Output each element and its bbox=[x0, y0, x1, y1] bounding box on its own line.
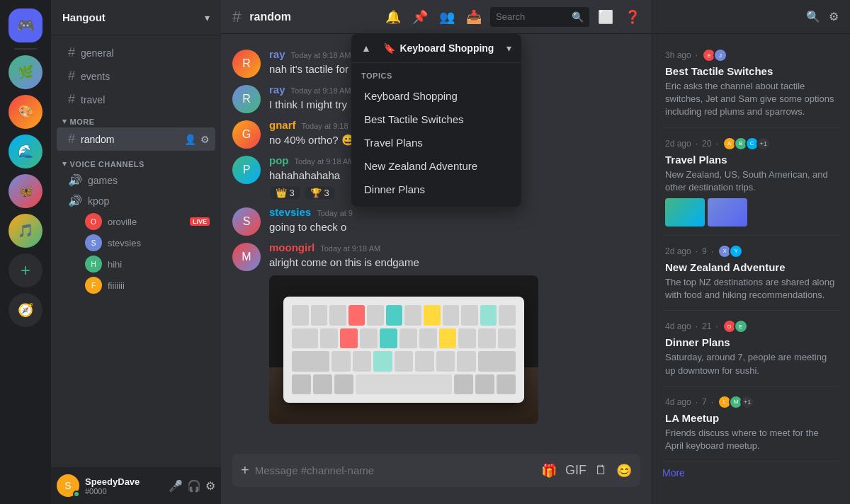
thread-avatars: E J bbox=[702, 48, 727, 62]
list-item[interactable]: 2d ago · 9 · X Y New Zealand Adventure T… bbox=[655, 237, 847, 309]
avatar: Y bbox=[729, 244, 743, 258]
avatar: R bbox=[232, 85, 261, 113]
list-item[interactable]: 4d ago · 7 · L M +1 LA Meetup Friends di… bbox=[655, 388, 847, 459]
thread-avatars: D E bbox=[722, 319, 748, 333]
thread-preview: Saturday, around 7, people are meeting u… bbox=[665, 351, 837, 377]
emoji-icon[interactable]: 😊 bbox=[616, 463, 632, 479]
microphone-icon[interactable]: 🎤 bbox=[169, 479, 183, 493]
avatar: O bbox=[85, 213, 102, 230]
discover-servers-button[interactable]: 🧭 bbox=[8, 293, 42, 327]
dot-separator: · bbox=[715, 321, 718, 331]
server-icon-3[interactable]: 🌊 bbox=[8, 134, 42, 168]
reaction-crown[interactable]: 👑 3 bbox=[269, 185, 301, 200]
reaction-trophy[interactable]: 🏆 3 bbox=[304, 185, 336, 200]
add-user-icon[interactable]: 👤 bbox=[184, 134, 196, 145]
gif-icon[interactable]: GIF bbox=[565, 463, 586, 479]
topics-label: TOPICS bbox=[351, 63, 521, 84]
headset-icon[interactable]: 🎧 bbox=[187, 479, 201, 493]
message-time: Today at 9:18 bbox=[302, 122, 348, 130]
search-bar[interactable]: 🔍 bbox=[490, 7, 589, 27]
thread-avatars: X Y bbox=[718, 244, 743, 258]
hash-icon: # bbox=[68, 69, 75, 84]
server-icon-1[interactable]: 🌿 bbox=[8, 55, 42, 89]
filter-icon[interactable]: ⚙ bbox=[829, 10, 839, 23]
thread-time: 2d ago bbox=[665, 139, 691, 149]
topic-item-keyboard-shopping[interactable]: Keyboard Shopping bbox=[354, 84, 518, 108]
message-text: alright come on this is endgame bbox=[269, 255, 640, 270]
voice-user-fiiiiiii[interactable]: F fiiiiiii bbox=[74, 275, 215, 296]
add-server-button[interactable]: + bbox=[8, 253, 42, 287]
thread-meta: 4d ago · 7 · L M +1 bbox=[665, 395, 837, 409]
chevron-down-icon[interactable]: ▾ bbox=[506, 42, 511, 54]
channel-item-general[interactable]: # general bbox=[57, 41, 215, 64]
gift-icon[interactable]: 🎁 bbox=[541, 463, 557, 479]
list-item[interactable]: 4d ago · 21 · D E Dinner Plans Saturday,… bbox=[655, 312, 847, 384]
server-name-header[interactable]: Hangout ▾ bbox=[51, 0, 221, 35]
voice-user-stevsies[interactable]: S stevsies bbox=[74, 232, 215, 253]
channel-actions: 👤 ⚙ bbox=[184, 134, 210, 145]
dot-separator: · bbox=[696, 139, 698, 149]
list-item[interactable]: 2d ago · 20 · A B C +1 Travel Plans New … bbox=[655, 130, 847, 234]
topic-item-dinner-plans[interactable]: Dinner Plans bbox=[354, 178, 518, 201]
message-header: moongirl Today at 9:18 AM bbox=[269, 241, 640, 253]
sticker-icon[interactable]: 🗒 bbox=[595, 463, 608, 479]
more-label: More bbox=[662, 467, 685, 479]
server-icon-5[interactable]: 🎵 bbox=[8, 214, 42, 248]
inbox-icon[interactable]: 📥 bbox=[466, 9, 482, 25]
channel-item-travel[interactable]: # travel bbox=[57, 88, 215, 111]
members-icon[interactable]: 👥 bbox=[439, 9, 455, 25]
collapse-icon: ▾ bbox=[62, 159, 67, 168]
topic-item-travel-plans[interactable]: Travel Plans bbox=[354, 131, 518, 154]
thread-name: Travel Plans bbox=[665, 154, 837, 166]
avatar: F bbox=[85, 277, 102, 294]
topic-dropdown: ▲ 🔖 Keyboard Shopping ▾ TOPICS Keyboard … bbox=[351, 34, 521, 207]
list-item[interactable]: 3h ago · E J Best Tactile Switches Eric … bbox=[655, 41, 847, 126]
message-input[interactable] bbox=[255, 456, 536, 485]
plus-count: +1 bbox=[740, 395, 754, 409]
message-username: pop bbox=[269, 154, 289, 166]
pin-icon[interactable]: 📌 bbox=[412, 9, 428, 25]
status-dot bbox=[73, 491, 80, 498]
topic-item-best-tactile[interactable]: Best Tactile Switches bbox=[354, 108, 518, 131]
thread-divider bbox=[662, 235, 840, 236]
voice-section-header[interactable]: ▾ VOICE CHANNELS bbox=[51, 156, 221, 170]
user-panel: S SpeedyDave #0000 🎤 🎧 ⚙ bbox=[51, 467, 221, 504]
bell-icon[interactable]: 🔔 bbox=[385, 9, 401, 25]
settings-icon[interactable]: ⚙ bbox=[200, 134, 210, 145]
discord-logo[interactable]: 🎮 bbox=[8, 8, 42, 42]
voice-channel-games[interactable]: 🔊 games bbox=[57, 170, 215, 190]
more-section: ▾ MORE # random 👤 ⚙ bbox=[51, 114, 221, 151]
search-input[interactable] bbox=[496, 11, 569, 22]
message-text: going to check o bbox=[269, 219, 640, 234]
voice-channel-kpop[interactable]: 🔊 kpop bbox=[57, 190, 215, 211]
thread-name: New Zealand Adventure bbox=[665, 261, 837, 273]
message-header: stevsies Today at 9 bbox=[269, 206, 640, 218]
search-icon: 🔍 bbox=[572, 11, 584, 23]
voice-user-hihi[interactable]: H hihi bbox=[74, 253, 215, 275]
message-content: moongirl Today at 9:18 AM alright come o… bbox=[269, 241, 640, 424]
thread-divider bbox=[662, 310, 840, 311]
channel-item-events[interactable]: # events bbox=[57, 64, 215, 88]
voice-user-oroville[interactable]: O oroville LIVE bbox=[74, 211, 215, 232]
more-threads-button[interactable]: More bbox=[652, 462, 850, 484]
avatar: G bbox=[232, 120, 261, 149]
server-icon-4[interactable]: 🦋 bbox=[8, 174, 42, 208]
more-section-header[interactable]: ▾ MORE bbox=[51, 114, 221, 127]
server-icon-2[interactable]: 🎨 bbox=[8, 95, 42, 129]
table-row: M moongirl Today at 9:18 AM alright come… bbox=[221, 239, 652, 427]
help-icon[interactable]: ❓ bbox=[625, 9, 640, 25]
search-icon[interactable]: 🔍 bbox=[806, 10, 820, 23]
thread-divider bbox=[662, 127, 840, 128]
topic-item-nz-adventure[interactable]: New Zealand Adventure bbox=[354, 154, 518, 178]
user-controls: 🎤 🎧 ⚙ bbox=[169, 479, 215, 493]
thread-preview: New Zealand, US, South American, and oth… bbox=[665, 168, 837, 194]
thread-time: 4d ago bbox=[665, 397, 691, 407]
channel-item-random[interactable]: # random 👤 ⚙ bbox=[57, 127, 215, 151]
window-icon[interactable]: ⬜ bbox=[598, 9, 613, 25]
header-icons-right: ⬜ ❓ bbox=[598, 9, 640, 25]
settings-icon[interactable]: ⚙ bbox=[205, 479, 215, 493]
input-icons: 🎁 GIF 🗒 😊 bbox=[541, 463, 632, 479]
chevron-up-icon[interactable]: ▲ bbox=[361, 42, 371, 54]
add-attachment-button[interactable]: + bbox=[241, 454, 249, 487]
server-sidebar: 🎮 🌿 🎨 🌊 🦋 🎵 + 🧭 bbox=[0, 0, 51, 504]
